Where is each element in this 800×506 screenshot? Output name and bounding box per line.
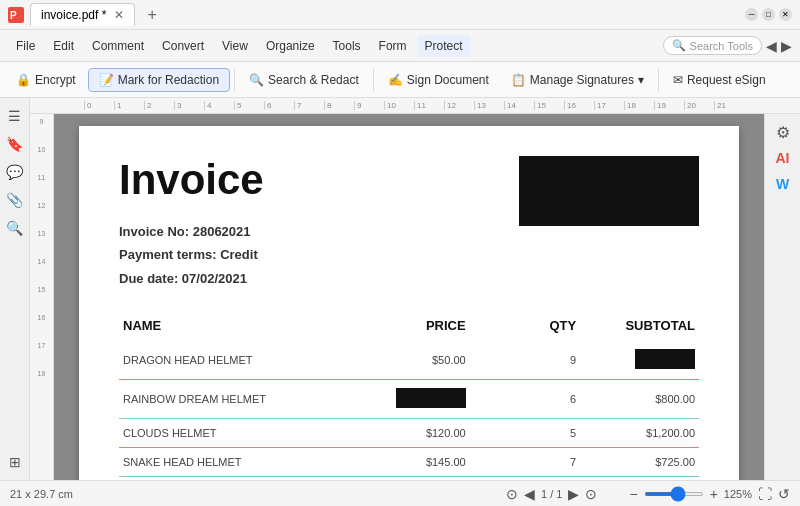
menu-edit[interactable]: Edit [45, 35, 82, 57]
ruler-tick: 18 [624, 101, 654, 110]
ruler-tick: 10 [384, 101, 414, 110]
page-container[interactable]: Invoice Invoice No: 28062021 Payment ter… [54, 114, 764, 480]
toolbar-separator-3 [658, 68, 659, 92]
search-placeholder: Search Tools [690, 40, 753, 52]
invoice-page: Invoice Invoice No: 28062021 Payment ter… [79, 126, 739, 480]
request-esign-button[interactable]: ✉ Request eSign [663, 69, 776, 91]
document-tab[interactable]: invoice.pdf * ✕ [30, 3, 135, 26]
minimize-button[interactable]: ─ [745, 8, 758, 21]
item-name: THUNDERBIRD HELMET [119, 477, 350, 480]
mark-redaction-label: Mark for Redaction [118, 73, 219, 87]
mark-redaction-icon: 📝 [99, 73, 114, 87]
menu-protect[interactable]: Protect [417, 35, 471, 57]
ruler-tick: 13 [474, 101, 504, 110]
redacted-value [396, 388, 466, 408]
sign-button[interactable]: ✍ Sign Document [378, 69, 499, 91]
redacted-logo [519, 156, 699, 226]
toolbar: 🔒 Encrypt 📝 Mark for Redaction 🔍 Search … [0, 62, 800, 98]
menu-organize[interactable]: Organize [258, 35, 323, 57]
rotate-button[interactable]: ↺ [778, 486, 790, 502]
item-name: SNAKE HEAD HELMET [119, 448, 350, 477]
doc-area: 9 10 11 12 13 14 15 16 17 18 Invoice [30, 114, 800, 480]
sidebar-right-ai-icon[interactable]: AI [773, 148, 793, 168]
search-tools-box[interactable]: 🔍 Search Tools [663, 36, 762, 55]
esign-icon: ✉ [673, 73, 683, 87]
menu-convert[interactable]: Convert [154, 35, 212, 57]
ruler-tick: 12 [444, 101, 474, 110]
item-name: DRAGON HEAD HELMET [119, 341, 350, 380]
new-tab-button[interactable]: + [141, 4, 162, 26]
zoom-out-button[interactable]: − [629, 486, 637, 502]
menu-form[interactable]: Form [371, 35, 415, 57]
sidebar-icon-comments[interactable]: 💬 [5, 162, 25, 182]
maximize-button[interactable]: □ [762, 8, 775, 21]
toolbar-separator-1 [234, 68, 235, 92]
item-subtotal: $800.00 [580, 380, 699, 419]
page-prev-button[interactable]: ◀ [524, 486, 535, 502]
menu-view[interactable]: View [214, 35, 256, 57]
invoice-no-value: 28062021 [193, 224, 251, 239]
page-first-button[interactable]: ⊙ [506, 486, 518, 502]
table-row: RAINBOW DREAM HELMET 6 $800.00 [119, 380, 699, 419]
sidebar-right-word-icon[interactable]: W [773, 174, 793, 194]
ruler-tick: 0 [84, 101, 114, 110]
sign-label: Sign Document [407, 73, 489, 87]
ruler-tick: 8 [324, 101, 354, 110]
menu-comment[interactable]: Comment [84, 35, 152, 57]
close-button[interactable]: ✕ [779, 8, 792, 21]
payment-terms-value: Credit [220, 247, 258, 262]
ruler-tick: 6 [264, 101, 294, 110]
sidebar-icon-layers[interactable]: ☰ [5, 106, 25, 126]
fit-width-button[interactable]: ⛶ [758, 486, 772, 502]
sidebar-right: ⚙ AI W [764, 114, 800, 480]
item-subtotal: $900.00 [580, 477, 699, 480]
app-icon: P [8, 7, 24, 23]
search-redact-button[interactable]: 🔍 Search & Redact [239, 69, 369, 91]
ruler-ticks: 0 1 2 3 4 5 6 7 8 9 10 11 12 13 14 15 16… [84, 101, 744, 110]
encrypt-button[interactable]: 🔒 Encrypt [6, 69, 86, 91]
item-qty: 6 [470, 380, 581, 419]
zoom-in-button[interactable]: + [710, 486, 718, 502]
page-size: 21 x 29.7 cm [10, 488, 73, 500]
menu-bar: File Edit Comment Convert View Organize … [0, 30, 800, 62]
manage-sigs-button[interactable]: 📋 Manage Signatures ▾ [501, 69, 654, 91]
ruler-tick: 2 [144, 101, 174, 110]
ruler-tick: 3 [174, 101, 204, 110]
payment-terms-line: Payment terms: Credit [119, 243, 699, 266]
page-next-button[interactable]: ▶ [568, 486, 579, 502]
ruler-tick: 9 [354, 101, 384, 110]
item-price [350, 380, 469, 419]
invoice-table: NAME PRICE QTY SUBTOTAL DRAGON HEAD HELM… [119, 310, 699, 480]
ruler-tick: 21 [714, 101, 744, 110]
sidebar-icon-search[interactable]: 🔍 [5, 218, 25, 238]
zoom-level: 125% [724, 488, 752, 500]
content-area: 0 1 2 3 4 5 6 7 8 9 10 11 12 13 14 15 16… [30, 98, 800, 480]
ruler-tick: 14 [504, 101, 534, 110]
mark-redaction-button[interactable]: 📝 Mark for Redaction [88, 68, 230, 92]
zoom-slider[interactable] [644, 492, 704, 496]
menu-file[interactable]: File [8, 35, 43, 57]
sidebar-icon-attachments[interactable]: 📎 [5, 190, 25, 210]
manage-sigs-label: Manage Signatures [530, 73, 634, 87]
ruler-tick: 5 [234, 101, 264, 110]
title-bar: P invoice.pdf * ✕ + ─ □ ✕ [0, 0, 800, 30]
sidebar-icon-fields[interactable]: ⊞ [5, 452, 25, 472]
ruler-tick: 16 [564, 101, 594, 110]
table-row: CLOUDS HELMET $120.00 5 $1,200.00 [119, 419, 699, 448]
tab-label: invoice.pdf * [41, 8, 106, 22]
sidebar-right-settings-icon[interactable]: ⚙ [773, 122, 793, 142]
page-last-button[interactable]: ⊙ [585, 486, 597, 502]
item-price: $180.00 [350, 477, 469, 480]
toolbar-separator-2 [373, 68, 374, 92]
nav-forward-icon[interactable]: ▶ [781, 38, 792, 54]
col-price: PRICE [350, 310, 469, 341]
nav-back-icon[interactable]: ◀ [766, 38, 777, 54]
item-name: RAINBOW DREAM HELMET [119, 380, 350, 419]
ruler-tick: 19 [654, 101, 684, 110]
menu-tools[interactable]: Tools [325, 35, 369, 57]
payment-terms-label: Payment terms: [119, 247, 217, 262]
item-price: $50.00 [350, 341, 469, 380]
tab-close-button[interactable]: ✕ [114, 8, 124, 22]
sidebar-icon-bookmarks[interactable]: 🔖 [5, 134, 25, 154]
ruler-tick: 1 [114, 101, 144, 110]
